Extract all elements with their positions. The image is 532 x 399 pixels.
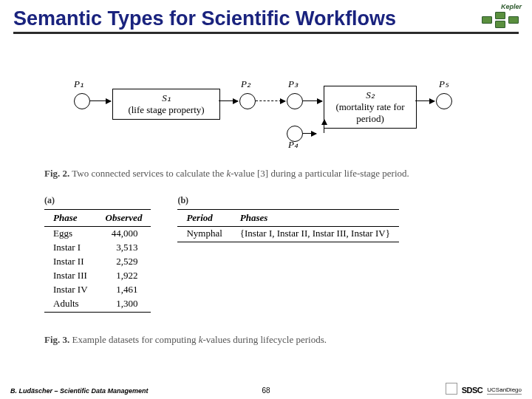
- table-row: Instar IV1,461: [44, 283, 151, 297]
- port-p2: [239, 93, 256, 109]
- port-label-p1: P₁: [74, 78, 83, 90]
- service-s1-desc: (life stage property): [115, 104, 218, 116]
- page-title: Semantic Types for Scientific Workflows: [13, 7, 519, 30]
- table-a: Phase Observed Eggs44,000 Instar I3,513 …: [44, 209, 151, 313]
- edge-p4-v: [324, 120, 324, 133]
- slide-header: Semantic Types for Scientific Workflows …: [0, 0, 532, 37]
- port-p1: [74, 93, 90, 109]
- table-b-label: (b): [177, 195, 398, 206]
- figure2-caption: Fig. 2. Two connected services to calcul…: [44, 167, 488, 180]
- service-s1: S₁ (life stage property): [112, 89, 220, 120]
- table-row: Instar I3,513: [44, 241, 151, 255]
- header-divider: [13, 32, 519, 34]
- table-a-h1: Observed: [97, 209, 151, 226]
- figure3-caption: Fig. 3. Example datasets for computing k…: [44, 333, 488, 347]
- table-row: Instar II2,529: [44, 255, 151, 269]
- workflow-diagram: P₁ S₁ (life stage property) P₂ P₃ S₂ (mo…: [74, 58, 458, 154]
- edge-p4-h: [303, 133, 316, 134]
- service-s2-name: S₂: [326, 89, 415, 101]
- tables-area: (a) Phase Observed Eggs44,000 Instar I3,…: [44, 195, 488, 313]
- table-a-wrap: (a) Phase Observed Eggs44,000 Instar I3,…: [44, 195, 151, 313]
- fig3-text-b: -values during lifecycle periods.: [202, 334, 327, 345]
- kepler-logo-text: Kepler: [501, 3, 522, 10]
- edge-s2-p5: [415, 100, 434, 101]
- service-s2: S₂ (mortality rate for period): [324, 86, 417, 129]
- fig3-label: Fig. 3.: [44, 334, 69, 345]
- edge-p1-s1: [90, 100, 111, 101]
- table-b-h0: Period: [177, 209, 231, 226]
- service-s1-name: S₁: [115, 92, 218, 104]
- table-b-h1: Phases: [231, 209, 399, 226]
- fig3-text-a: Example datasets for computing: [72, 334, 199, 345]
- port-p3: [287, 93, 303, 109]
- table-row: Adults1,300: [44, 297, 151, 313]
- kepler-logo: Kepler: [480, 3, 522, 31]
- edge-p2-p3: [256, 100, 285, 101]
- page-number: 68: [262, 386, 270, 395]
- table-row: Nymphal {Instar I, Instar II, Instar III…: [177, 226, 398, 242]
- footer-logos: SDSC UCSanDiego: [446, 383, 522, 395]
- table-a-label: (a): [44, 195, 151, 206]
- service-s2-desc: (mortality rate for period): [326, 101, 415, 125]
- table-row: Instar III1,922: [44, 269, 151, 283]
- port-p5: [436, 93, 452, 109]
- ucsd-logo-text: UCSanDiego: [487, 386, 522, 395]
- port-label-p3: P₃: [288, 78, 298, 90]
- port-label-p5: P₅: [439, 78, 449, 90]
- edge-s1-p2: [219, 100, 238, 101]
- edge-p3-s2: [303, 100, 322, 101]
- footer-attribution: B. Ludäscher – Scientific Data Managemen…: [10, 387, 149, 395]
- table-b: Period Phases Nymphal {Instar I, Instar …: [177, 209, 398, 243]
- port-label-p2: P₂: [241, 78, 250, 90]
- fig2-text-b: -value [3] during a particular life-stag…: [231, 168, 409, 179]
- fig2-label: Fig. 2.: [44, 168, 69, 179]
- sdsc-logo-text: SDSC: [462, 386, 483, 395]
- table-a-h0: Phase: [44, 209, 97, 226]
- port-p4: [287, 126, 303, 142]
- table-row: Eggs44,000: [44, 226, 151, 241]
- affiliate-icon: [446, 383, 457, 395]
- fig2-text-a: Two connected services to calculate the: [72, 168, 226, 179]
- table-b-wrap: (b) Period Phases Nymphal {Instar I, Ins…: [177, 195, 398, 243]
